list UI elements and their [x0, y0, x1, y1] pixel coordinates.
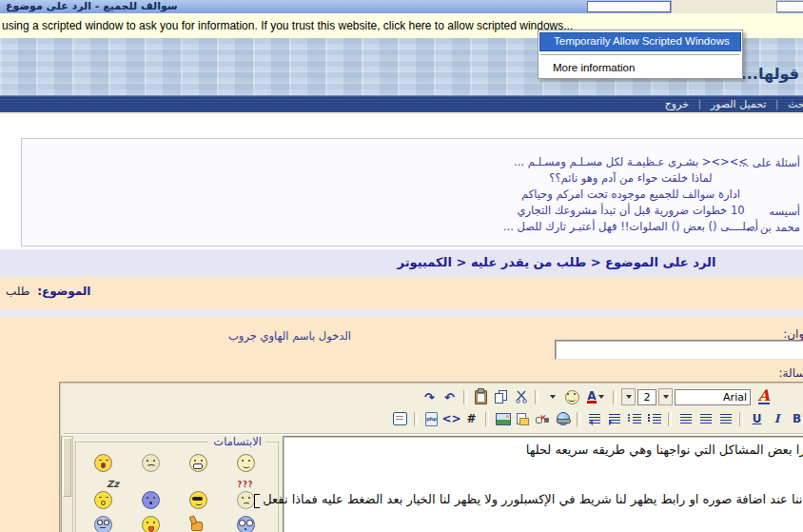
page-attach-icon — [517, 413, 529, 425]
topic-value: طلب — [6, 285, 29, 298]
insert-smiley-button[interactable] — [563, 388, 581, 405]
bold-button[interactable]: B — [788, 410, 803, 427]
scrollbar-thumb[interactable] — [63, 438, 71, 497]
align-right-button[interactable] — [676, 410, 695, 427]
align-left-icon — [720, 414, 732, 424]
smiley-decoration: Zz — [107, 479, 119, 489]
browser-window: سوالف للجميع - الرد على موضوع using a sc… — [0, 0, 803, 532]
toolbar-separator — [577, 412, 580, 426]
editor-mode-button[interactable]: A — [753, 388, 775, 405]
blue-smiley-icon[interactable] — [142, 491, 161, 510]
menu-item-allow-scripted-windows[interactable]: Temporarily Allow Scripted Windows — [539, 32, 741, 51]
yawn-smiley-icon[interactable] — [94, 454, 113, 473]
wink-smiley-icon — [142, 516, 160, 532]
smiley-menu-dropdown[interactable] — [543, 388, 561, 405]
underline-icon: U — [753, 412, 762, 425]
message-editing-area[interactable]: اخيرا بعض المشاكل التي نواجهنا وهي طريقه… — [283, 436, 803, 532]
grin-smiley-icon[interactable] — [189, 454, 208, 473]
editor-toolbar-row-1: ↷ ↶ A 2 Arial A — [421, 388, 775, 405]
bullet-list-button[interactable] — [625, 410, 643, 427]
code-icon: <> — [441, 412, 460, 425]
thumbs-up-icon — [189, 516, 206, 532]
sleepy-smiley-icon[interactable]: Zz — [94, 491, 113, 510]
shocked-smiley-icon[interactable] — [237, 516, 256, 532]
smiley-icon — [565, 390, 579, 404]
quote-button[interactable] — [391, 410, 409, 427]
toolbar-separator — [414, 412, 418, 426]
infobar-message: using a scripted window to ask you for i… — [2, 19, 573, 32]
nav-search-link[interactable]: بحث — [788, 98, 803, 110]
breadcrumb[interactable]: الرد على الموضوع < طلب من يقدر عليه < ال… — [314, 255, 799, 269]
thumbs-up-icon[interactable] — [189, 516, 208, 532]
nav-upload-images-link[interactable]: تحميل الصور — [711, 98, 767, 110]
paste-icon — [475, 390, 487, 404]
topic-link[interactable]: ادارة سوالف للجميع موجوده تحت امركم وحيا… — [431, 187, 803, 203]
underline-button[interactable]: U — [748, 410, 766, 427]
rich-text-editor: ↷ ↶ A 2 Arial A — [59, 382, 803, 532]
chevron-down-icon — [626, 395, 632, 399]
code-button[interactable]: <> — [442, 410, 460, 427]
outdent-icon — [589, 414, 600, 424]
align-left-button[interactable] — [716, 410, 734, 427]
font-size-dropdown-2[interactable] — [658, 388, 673, 405]
chevron-down-icon — [550, 395, 556, 399]
php-code-button[interactable]: php — [422, 410, 441, 427]
font-size-value[interactable]: 2 — [637, 389, 656, 405]
smile-smiley-icon[interactable] — [237, 454, 256, 473]
php-label: php — [426, 416, 437, 422]
message-line-text: احياننا عند اضافة صوره او رابط يظهر لنا … — [263, 492, 803, 506]
window-title: سوالف للجميع - الرد على موضوع — [6, 0, 178, 13]
quote-icon — [393, 412, 407, 425]
topic-author[interactable]: محمد بن ... — [657, 220, 800, 235]
redo-button[interactable]: ↷ — [421, 388, 439, 405]
toolbar-separator — [739, 412, 743, 426]
title-field-label: العنوان: — [783, 327, 803, 341]
editor-scrollbar[interactable] — [61, 436, 73, 532]
nav-logout-link[interactable]: خروج — [665, 98, 689, 110]
align-center-button[interactable] — [696, 410, 715, 427]
attach-page-button[interactable] — [514, 410, 532, 427]
paste-button[interactable] — [472, 388, 490, 405]
title-input[interactable] — [555, 340, 803, 360]
message-line: اخيرا بعض المشاكل التي نواجهنا وهي طريقه… — [293, 443, 803, 457]
insert-image-button[interactable] — [494, 410, 512, 427]
titlebar-field-2[interactable] — [776, 1, 803, 12]
toolbar-separator — [535, 390, 539, 404]
hash-button[interactable]: # — [462, 410, 480, 427]
broken-link-icon — [536, 413, 550, 425]
main-navbar: بحث | تحميل الصور | خروج — [0, 95, 803, 112]
insert-link-button[interactable] — [554, 410, 572, 427]
bullet-list-icon — [628, 414, 641, 424]
latest-topics-box: >><>< بشـرى عـظيمـة لكل مسـلـم ومسـلـم .… — [21, 138, 803, 246]
menu-item-more-information[interactable]: More information — [539, 59, 741, 76]
remove-link-button[interactable] — [534, 410, 552, 427]
section-divider — [0, 309, 803, 317]
undo-button[interactable]: ↶ — [441, 388, 459, 405]
topic-link[interactable]: لماذا خلقت حواء من آدم وهو نائم؟؟ — [431, 170, 803, 187]
font-name-select[interactable]: Arial — [675, 389, 751, 405]
italic-icon: I — [774, 412, 780, 425]
toolbar-separator — [668, 412, 672, 426]
confused-smiley-icon[interactable]: ??? — [237, 491, 256, 510]
indent-icon — [609, 414, 620, 424]
numbered-list-button[interactable] — [645, 410, 663, 427]
italic-button[interactable]: I — [768, 410, 786, 427]
font-color-button[interactable]: A — [583, 388, 608, 405]
topic-author[interactable]: أسيسه — [657, 204, 800, 219]
grin-smiley-icon — [189, 454, 207, 472]
cut-button[interactable] — [512, 388, 530, 405]
redo-icon: ↷ — [424, 390, 435, 404]
copy-button[interactable] — [492, 388, 510, 405]
editor-toolbar-row-2: php <> # U I B — [391, 410, 803, 427]
blue-cool-smiley-icon[interactable] — [94, 516, 113, 532]
wink-smiley-icon[interactable] — [142, 516, 161, 532]
titlebar-field[interactable] — [587, 1, 671, 12]
font-size-dropdown[interactable] — [621, 388, 636, 405]
topic-author[interactable]: أسئلة على ... — [657, 155, 800, 170]
cool-smiley-icon[interactable] — [189, 491, 208, 510]
indent-button[interactable] — [605, 410, 623, 427]
frown-smiley-icon[interactable] — [142, 454, 161, 473]
smiley-decoration: ??? — [235, 481, 256, 489]
outdent-button[interactable] — [585, 410, 603, 427]
text-cursor — [254, 494, 260, 508]
